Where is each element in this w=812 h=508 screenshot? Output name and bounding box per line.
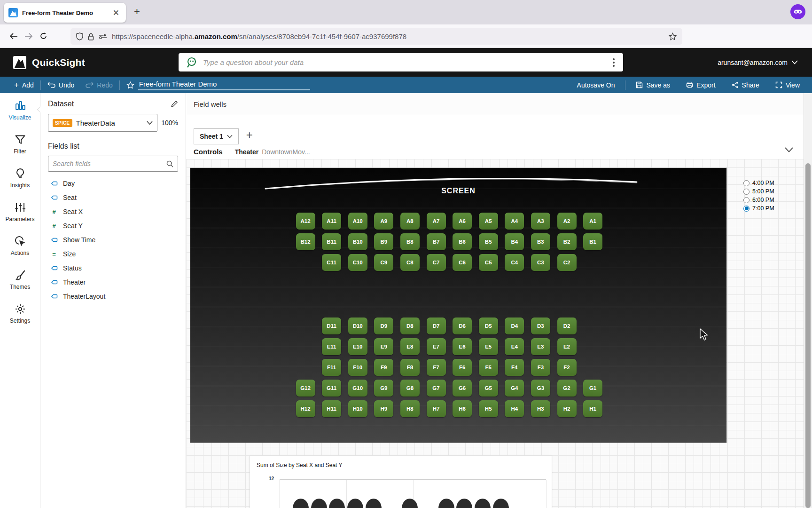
seat-h3[interactable]: H3 — [531, 400, 550, 417]
user-menu[interactable]: arunsant@amazon.com — [718, 48, 798, 77]
seat-g5[interactable]: G5 — [479, 380, 498, 397]
seat-e4[interactable]: E4 — [505, 338, 524, 355]
seat-f3[interactable]: F3 — [531, 359, 550, 376]
data-point-x4[interactable] — [347, 499, 363, 508]
data-point-x11[interactable] — [475, 499, 491, 508]
nav-parameters[interactable]: Parameters — [0, 195, 40, 229]
field-item-status[interactable]: Status — [48, 261, 178, 275]
redo-button[interactable]: Redo — [86, 81, 112, 89]
seat-c11[interactable]: C11 — [322, 254, 341, 271]
seat-d3[interactable]: D3 — [531, 318, 550, 334]
seat-d7[interactable]: D7 — [427, 318, 446, 334]
seat-h5[interactable]: H5 — [479, 400, 498, 417]
seat-g9[interactable]: G9 — [374, 380, 393, 397]
seat-a6[interactable]: A6 — [453, 213, 472, 230]
seat-b11[interactable]: B11 — [322, 233, 341, 250]
seat-g8[interactable]: G8 — [400, 380, 420, 397]
tab-sheet-1[interactable]: Sheet 1 — [194, 128, 239, 144]
seat-h2[interactable]: H2 — [557, 400, 577, 417]
seat-h1[interactable]: H1 — [583, 400, 602, 417]
seat-g4[interactable]: G4 — [505, 380, 524, 397]
theater-seat-map-visual[interactable]: SCREEN A12A11A10A9A8A7A6A5A4A3A2A1B12B11… — [190, 168, 726, 443]
seat-f9[interactable]: F9 — [374, 359, 393, 376]
nav-themes[interactable]: Themes — [0, 262, 40, 296]
seat-a5[interactable]: A5 — [479, 213, 498, 230]
seat-h11[interactable]: H11 — [322, 400, 341, 417]
reload-button[interactable] — [39, 32, 47, 40]
autosave-status[interactable]: Autosave On — [577, 81, 615, 89]
add-button[interactable]: +Add — [14, 80, 34, 90]
seat-f4[interactable]: F4 — [505, 359, 524, 376]
seat-e11[interactable]: E11 — [322, 338, 341, 355]
data-point-x2[interactable] — [311, 499, 327, 508]
q-options-icon[interactable] — [611, 56, 617, 69]
seat-b7[interactable]: B7 — [427, 233, 446, 250]
seat-a7[interactable]: A7 — [427, 213, 446, 230]
seat-b4[interactable]: B4 — [505, 233, 524, 250]
seat-c4[interactable]: C4 — [505, 254, 524, 271]
seat-f5[interactable]: F5 — [479, 359, 498, 376]
seat-a12[interactable]: A12 — [296, 213, 315, 230]
seat-e6[interactable]: E6 — [453, 338, 472, 355]
seat-h4[interactable]: H4 — [505, 400, 524, 417]
scrollbar-thumb[interactable] — [805, 163, 811, 508]
seat-c9[interactable]: C9 — [374, 254, 393, 271]
seat-d9[interactable]: D9 — [374, 318, 393, 334]
data-point-x1[interactable] — [293, 499, 309, 508]
field-item-day[interactable]: Day — [48, 176, 178, 190]
seat-a2[interactable]: A2 — [557, 213, 577, 230]
field-item-seat[interactable]: Seat — [48, 190, 178, 205]
seat-g1[interactable]: G1 — [583, 380, 602, 397]
seat-h10[interactable]: H10 — [348, 400, 367, 417]
seat-a10[interactable]: A10 — [348, 213, 367, 230]
seat-b10[interactable]: B10 — [348, 233, 367, 250]
browser-tab[interactable]: Free-form Theater Demo ✕ — [4, 3, 126, 23]
save-as-button[interactable]: Save as — [636, 81, 670, 89]
seat-h7[interactable]: H7 — [427, 400, 446, 417]
seat-b12[interactable]: B12 — [296, 233, 315, 250]
seat-f2[interactable]: F2 — [557, 359, 577, 376]
nav-filter[interactable]: Filter — [0, 127, 40, 161]
time-option-500pm[interactable]: 5:00 PM — [743, 188, 774, 195]
data-point-x5[interactable] — [366, 499, 382, 508]
seat-e9[interactable]: E9 — [374, 338, 393, 355]
seat-d2[interactable]: D2 — [557, 318, 577, 334]
seat-h6[interactable]: H6 — [453, 400, 472, 417]
seat-e7[interactable]: E7 — [427, 338, 446, 355]
seat-g7[interactable]: G7 — [427, 380, 446, 397]
seat-f6[interactable]: F6 — [453, 359, 472, 376]
time-option-400pm[interactable]: 4:00 PM — [743, 180, 774, 186]
forward-button[interactable] — [24, 32, 33, 40]
seat-g6[interactable]: G6 — [453, 380, 472, 397]
seat-c3[interactable]: C3 — [531, 254, 550, 271]
data-point-x9[interactable] — [438, 499, 454, 508]
dataset-select[interactable]: SPICE TheaterData — [48, 114, 157, 132]
seat-b5[interactable]: B5 — [479, 233, 498, 250]
seat-c8[interactable]: C8 — [400, 254, 420, 271]
data-point-x12[interactable] — [493, 499, 509, 508]
add-sheet-button[interactable]: + — [246, 128, 253, 142]
tab-close-icon[interactable]: ✕ — [111, 8, 121, 18]
view-button[interactable]: View — [775, 81, 800, 89]
seat-e2[interactable]: E2 — [557, 338, 577, 355]
seat-a4[interactable]: A4 — [505, 213, 524, 230]
edit-dataset-icon[interactable] — [171, 100, 178, 108]
seat-d5[interactable]: D5 — [479, 318, 498, 334]
bookmark-star-icon[interactable] — [669, 32, 677, 40]
seat-f8[interactable]: F8 — [400, 359, 420, 376]
collapse-controls-icon[interactable] — [785, 147, 793, 152]
field-item-theaterlayout[interactable]: TheaterLayout — [48, 289, 178, 303]
field-item-seat-y[interactable]: #Seat Y — [48, 219, 178, 233]
data-point-x7[interactable] — [402, 499, 418, 508]
undo-button[interactable]: Undo — [47, 81, 74, 89]
seat-e3[interactable]: E3 — [531, 338, 550, 355]
seat-d10[interactable]: D10 — [348, 318, 367, 334]
seat-g11[interactable]: G11 — [322, 380, 341, 397]
data-point-x3[interactable] — [329, 499, 345, 508]
time-option-700pm[interactable]: 7:00 PM — [743, 205, 774, 212]
field-item-show-time[interactable]: Show Time — [48, 233, 178, 247]
new-tab-button[interactable]: + — [134, 7, 140, 17]
search-fields-input[interactable] — [53, 160, 166, 167]
seat-a9[interactable]: A9 — [374, 213, 393, 230]
url-field[interactable]: https://spaceneedle-alpha.amazon.com/sn/… — [70, 28, 682, 45]
